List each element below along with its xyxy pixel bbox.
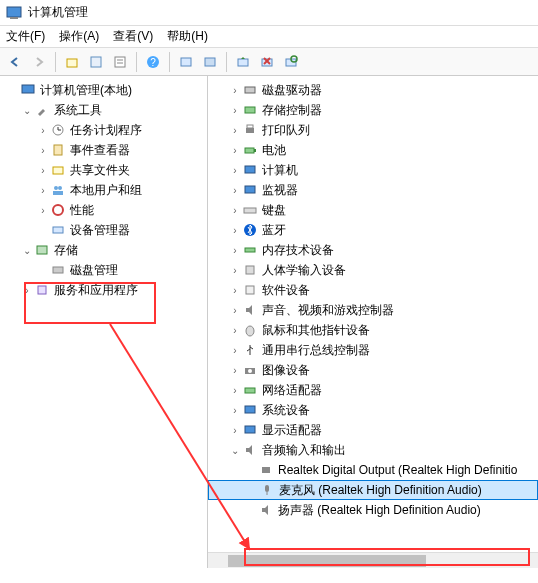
node-monitors[interactable]: ›监视器 [208,180,538,200]
svg-rect-38 [245,186,255,193]
node-storage-controllers[interactable]: ›存储控制器 [208,100,538,120]
svg-rect-47 [245,388,255,393]
computer-icon [242,162,258,178]
node-batteries[interactable]: ›电池 [208,140,538,160]
node-print-queues[interactable]: ›打印队列 [208,120,538,140]
svg-rect-36 [254,149,256,152]
services-icon [34,282,50,298]
monitor-icon [242,182,258,198]
svg-rect-22 [53,167,63,174]
up-button[interactable] [61,51,83,73]
computer-mgmt-icon [20,82,36,98]
menubar: 文件(F) 操作(A) 查看(V) 帮助(H) [0,26,538,48]
tree-device-manager[interactable]: 设备管理器 [0,220,207,240]
printer-icon [242,122,258,138]
svg-rect-2 [67,59,77,67]
update-driver-button[interactable] [232,51,254,73]
tree-shared-folders[interactable]: ›共享文件夹 [0,160,207,180]
separator [136,52,137,72]
svg-rect-48 [245,406,255,413]
menu-help[interactable]: 帮助(H) [167,28,208,45]
svg-rect-30 [38,286,46,294]
back-button[interactable] [4,51,26,73]
node-keyboards[interactable]: ›键盘 [208,200,538,220]
titlebar: 计算机管理 [0,0,538,26]
scrollbar-horizontal[interactable] [208,552,538,568]
separator [55,52,56,72]
tree-event-viewer[interactable]: ›事件查看器 [0,140,207,160]
menu-file[interactable]: 文件(F) [6,28,45,45]
svg-rect-33 [246,128,254,133]
uninstall-button[interactable] [256,51,278,73]
help-button[interactable]: ? [142,51,164,73]
tree-storage[interactable]: ⌄存储 [0,240,207,260]
node-system-devices[interactable]: ›系统设备 [208,400,538,420]
svg-rect-10 [205,58,215,66]
node-sound-video-game[interactable]: ›声音、视频和游戏控制器 [208,300,538,320]
svg-rect-11 [238,59,248,66]
node-memory-devices[interactable]: ›内存技术设备 [208,240,538,260]
svg-rect-49 [245,426,255,433]
scan-button[interactable] [175,51,197,73]
node-audio-io[interactable]: ⌄音频输入和输出 [208,440,538,460]
svg-point-46 [248,369,252,373]
svg-point-26 [53,205,63,215]
node-computer[interactable]: ›计算机 [208,160,538,180]
tree-task-scheduler[interactable]: ›任务计划程序 [0,120,207,140]
tree-services-apps[interactable]: ›服务和应用程序 [0,280,207,300]
svg-rect-34 [247,125,253,128]
perf-icon [50,202,66,218]
properties-button[interactable] [85,51,107,73]
bluetooth-icon [242,222,258,238]
svg-rect-4 [115,57,125,67]
speaker-icon [242,302,258,318]
node-imaging-devices[interactable]: ›图像设备 [208,360,538,380]
separator [226,52,227,72]
svg-rect-25 [53,191,63,195]
svg-rect-29 [53,267,63,273]
svg-rect-37 [245,166,255,173]
users-icon [50,182,66,198]
svg-rect-21 [54,145,62,155]
tree-disk-mgmt[interactable]: 磁盘管理 [0,260,207,280]
svg-text:?: ? [150,57,156,68]
mic-icon [259,482,275,498]
system-icon [242,402,258,418]
node-disk-drives[interactable]: ›磁盘驱动器 [208,80,538,100]
disk-icon [50,262,66,278]
node-microphone[interactable]: 麦克风 (Realtek High Definition Audio) [208,480,538,500]
list-button[interactable] [109,51,131,73]
scan-button-2[interactable] [199,51,221,73]
node-mice[interactable]: ›鼠标和其他指针设备 [208,320,538,340]
node-display-adapters[interactable]: ›显示适配器 [208,420,538,440]
node-usb-controllers[interactable]: ›通用串行总线控制器 [208,340,538,360]
svg-rect-17 [22,85,34,93]
node-software-devices[interactable]: ›软件设备 [208,280,538,300]
svg-rect-42 [246,266,254,274]
menu-action[interactable]: 操作(A) [59,28,99,45]
tree-performance[interactable]: ›性能 [0,200,207,220]
forward-button[interactable] [28,51,50,73]
node-speakers[interactable]: 扬声器 (Realtek High Definition Audio) [208,500,538,520]
tree-local-users[interactable]: ›本地用户和组 [0,180,207,200]
menu-view[interactable]: 查看(V) [113,28,153,45]
node-bluetooth[interactable]: ›蓝牙 [208,220,538,240]
battery-icon [242,142,258,158]
node-realtek-digital[interactable]: Realtek Digital Output (Realtek High Def… [208,460,538,480]
svg-rect-35 [245,148,254,153]
node-network-adapters[interactable]: ›网络适配器 [208,380,538,400]
refresh-button[interactable] [280,51,302,73]
right-tree[interactable]: ›磁盘驱动器 ›存储控制器 ›打印队列 ›电池 ›计算机 ›监视器 ›键盘 ›蓝… [208,76,538,568]
clock-icon [50,122,66,138]
disk-drive-icon [242,82,258,98]
svg-rect-43 [246,286,254,294]
node-hid[interactable]: ›人体学输入设备 [208,260,538,280]
tree-root[interactable]: 计算机管理(本地) [0,80,207,100]
title-text: 计算机管理 [28,4,88,21]
app-icon [6,5,22,21]
usb-icon [242,342,258,358]
display-icon [242,422,258,438]
left-tree[interactable]: 计算机管理(本地) ⌄系统工具 ›任务计划程序 ›事件查看器 ›共享文件夹 ›本… [0,76,208,568]
svg-rect-39 [244,208,256,213]
tree-system-tools[interactable]: ⌄系统工具 [0,100,207,120]
